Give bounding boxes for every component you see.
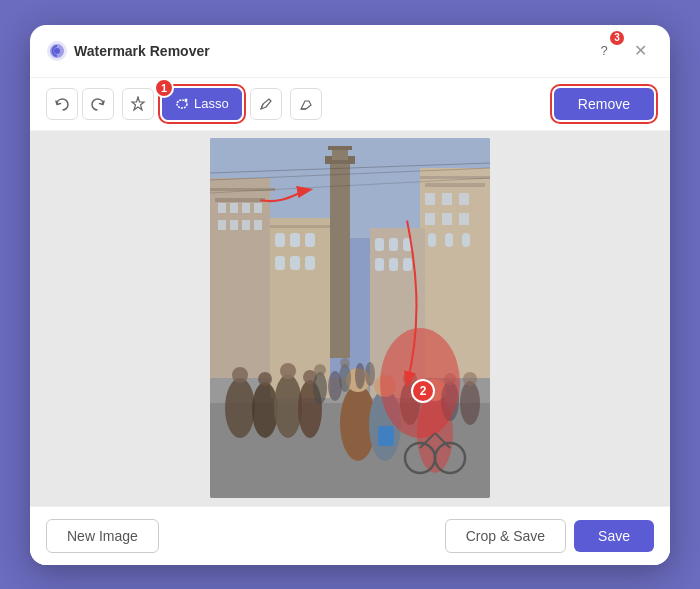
lasso-button[interactable]: Lasso <box>162 88 242 120</box>
svg-rect-19 <box>425 183 485 187</box>
svg-point-64 <box>369 389 401 461</box>
history-group <box>46 88 114 120</box>
svg-rect-45 <box>375 238 384 251</box>
svg-rect-26 <box>459 213 469 225</box>
bottom-bar: New Image Crop & Save Save <box>30 506 670 565</box>
svg-rect-15 <box>230 220 238 230</box>
crop-save-button[interactable]: Crop & Save <box>445 519 566 553</box>
save-button[interactable]: Save <box>574 520 654 552</box>
eraser-icon <box>298 96 314 112</box>
wand-button[interactable] <box>122 88 154 120</box>
wand-icon <box>130 96 146 112</box>
svg-rect-66 <box>378 426 394 446</box>
svg-rect-24 <box>425 213 435 225</box>
svg-point-4 <box>185 98 188 101</box>
svg-point-82 <box>365 362 375 386</box>
svg-rect-48 <box>375 258 384 271</box>
svg-rect-28 <box>445 233 453 247</box>
redo-icon <box>90 96 106 112</box>
new-image-button[interactable]: New Image <box>46 519 159 553</box>
svg-point-55 <box>232 367 248 383</box>
svg-rect-42 <box>290 256 300 270</box>
svg-rect-47 <box>403 238 412 251</box>
svg-point-75 <box>441 381 459 421</box>
svg-rect-25 <box>442 213 452 225</box>
svg-rect-16 <box>242 220 250 230</box>
svg-rect-46 <box>389 238 398 251</box>
lasso-icon <box>175 97 189 111</box>
svg-rect-23 <box>459 193 469 205</box>
app-title: Watermark Remover <box>74 43 590 59</box>
svg-point-84 <box>314 364 326 376</box>
svg-rect-12 <box>242 203 250 213</box>
svg-point-77 <box>460 381 480 425</box>
pen-icon <box>258 96 274 112</box>
svg-rect-27 <box>428 233 436 247</box>
eraser-button[interactable] <box>290 88 322 120</box>
svg-point-80 <box>340 358 350 368</box>
svg-rect-40 <box>305 233 315 247</box>
badge-2: 2 <box>411 379 435 403</box>
svg-rect-13 <box>254 203 262 213</box>
redo-button[interactable] <box>82 88 114 120</box>
svg-rect-11 <box>230 203 238 213</box>
svg-point-76 <box>444 373 456 385</box>
svg-point-57 <box>258 372 272 386</box>
badge-3: 3 <box>608 29 626 47</box>
app-window: Watermark Remover ? 3 ✕ <box>30 25 670 565</box>
svg-rect-44 <box>370 228 425 398</box>
svg-point-1 <box>54 48 60 54</box>
svg-point-54 <box>225 378 255 438</box>
svg-point-85 <box>328 371 342 401</box>
svg-rect-9 <box>210 188 275 191</box>
svg-point-65 <box>374 375 396 397</box>
undo-button[interactable] <box>46 88 78 120</box>
lasso-container: Lasso 1 <box>162 88 242 120</box>
canvas-area: 2 <box>30 131 670 506</box>
svg-rect-29 <box>462 233 470 247</box>
svg-rect-21 <box>425 193 435 205</box>
image-container: 2 <box>210 138 490 498</box>
svg-rect-38 <box>275 233 285 247</box>
svg-rect-8 <box>215 198 265 202</box>
svg-rect-10 <box>218 203 226 213</box>
svg-point-78 <box>463 372 477 386</box>
title-actions: ? 3 ✕ <box>590 37 654 65</box>
svg-point-58 <box>274 374 302 438</box>
toolbar: Lasso 1 Remove <box>30 78 670 131</box>
svg-point-56 <box>252 382 278 438</box>
svg-point-83 <box>313 372 327 404</box>
svg-rect-37 <box>270 225 330 228</box>
svg-rect-32 <box>330 158 350 358</box>
app-logo <box>46 40 68 62</box>
svg-rect-49 <box>389 258 398 271</box>
city-image <box>210 138 490 498</box>
badge-3-container: ? 3 <box>590 37 618 65</box>
lasso-label: Lasso <box>194 96 229 111</box>
svg-marker-2 <box>132 97 144 110</box>
svg-rect-41 <box>275 256 285 270</box>
svg-rect-22 <box>442 193 452 205</box>
pen-button[interactable] <box>250 88 282 120</box>
svg-rect-43 <box>305 256 315 270</box>
svg-rect-39 <box>290 233 300 247</box>
svg-rect-50 <box>403 258 412 271</box>
svg-rect-14 <box>218 220 226 230</box>
remove-container: Remove <box>554 88 654 120</box>
badge-1: 1 <box>154 78 174 98</box>
svg-point-81 <box>355 363 365 389</box>
undo-icon <box>54 96 70 112</box>
svg-point-59 <box>280 363 296 379</box>
close-button[interactable]: ✕ <box>626 37 654 65</box>
title-bar: Watermark Remover ? 3 ✕ <box>30 25 670 78</box>
remove-button[interactable]: Remove <box>554 88 654 120</box>
svg-rect-35 <box>328 146 352 150</box>
svg-rect-17 <box>254 220 262 230</box>
